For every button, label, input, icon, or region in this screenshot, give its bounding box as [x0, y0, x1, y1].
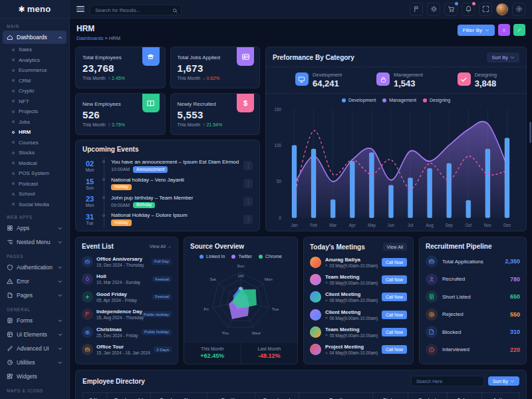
sidebar-item-nested-menu[interactable]: Nested Menu [3, 235, 66, 249]
stat-period: This Month ↓ 0.62% [178, 76, 253, 80]
sidebar-subitem-jobs[interactable]: Jobs [0, 117, 69, 128]
search-input[interactable] [90, 5, 182, 15]
call-now-button[interactable]: Call Now [382, 293, 407, 301]
column-header-email[interactable]: Email [299, 393, 373, 399]
column-header-employee-name[interactable]: Employee Name [150, 393, 207, 399]
sidebar-item-advanced-ui[interactable]: Advanced UI [3, 342, 66, 355]
event-day: Mon [82, 203, 97, 207]
event-list-view-all-link[interactable]: View All → [150, 244, 172, 249]
column-header-action[interactable]: Action [482, 393, 519, 399]
column-header-employee-id[interactable]: Employee Id [107, 393, 151, 399]
directory-search-input[interactable] [411, 376, 484, 386]
column-header-department[interactable]: Department [255, 393, 299, 399]
sidebar-item-dashboards[interactable]: Dashboards [3, 31, 66, 44]
call-now-button[interactable]: Call Now [382, 275, 407, 284]
event-list-item[interactable]: Christmas 25, Dec 2024 - Friday Public h… [82, 323, 172, 341]
meeting-time: 05 May(9.00am-10.00am) [325, 281, 378, 285]
sidebar-item-apps[interactable]: Apps [3, 221, 66, 235]
upcoming-event-row[interactable]: 02Mon You have an announcement – Ipsum E… [82, 157, 253, 175]
kebab-menu-icon[interactable]: ⋮ [243, 215, 253, 224]
sidebar-subitem-nft[interactable]: NFT [0, 96, 69, 107]
breadcrumb-dashboards[interactable]: Dashboards [76, 35, 103, 41]
stat-card-total-employees[interactable]: Total Employees 23,768 This Month ↑ 2.45… [75, 47, 166, 88]
flag-icon[interactable] [410, 3, 423, 16]
sidebar-subitem-crypto[interactable]: Crypto [0, 86, 69, 96]
expand-icon[interactable] [479, 3, 492, 16]
sidebar-subitem-pos-system[interactable]: POS System [0, 168, 69, 179]
sidebar-subitem-analytics[interactable]: Analytics [0, 55, 69, 66]
call-now-button[interactable]: Call Now [382, 258, 407, 267]
sidebar-item-pages[interactable]: Pages [3, 289, 66, 302]
stat-card-total-jobs-applied[interactable]: Total Jobs Applied 1,673 This Month ↓ 0.… [170, 47, 261, 88]
sidebar-subitem-school[interactable]: School [0, 189, 69, 200]
hamburger-menu-icon[interactable] [76, 6, 84, 11]
sidebar-item-forms[interactable]: Forms [3, 314, 66, 327]
pipeline-row-total-applications: Total Applications 2,350 [426, 253, 520, 271]
download-button[interactable] [498, 24, 510, 36]
sidebar-subitem-hrm[interactable]: HRM [0, 127, 69, 138]
kebab-menu-icon[interactable]: ⋮ [243, 197, 253, 206]
widgets-icon [7, 373, 13, 380]
sidebar-subitem-social-media[interactable]: Social Media [0, 200, 69, 210]
target-icon [426, 309, 438, 321]
meeting-name: Anurag Batiya [325, 257, 378, 263]
sidebar-item-ui-elements[interactable]: Ui Elements [3, 328, 66, 341]
directory-sort-by-button[interactable]: Sort By [488, 376, 519, 386]
event-list-item[interactable]: Good Friday 05, Apr 2024 - Friday Festiv… [82, 288, 172, 306]
source-radar-chart: SunMonTueWedThuFriSat14060 [184, 259, 297, 342]
sidebar-subitem-medical[interactable]: Medical [0, 158, 69, 169]
sidebar-subitem-stocks[interactable]: Stocks [0, 148, 69, 158]
event-badge: Holiday [111, 184, 132, 190]
scrollbar-thumb[interactable] [529, 122, 531, 143]
forms-icon [7, 317, 13, 324]
event-list-item[interactable]: Independence Day 15, Aug 2024 - Thursday… [82, 306, 172, 324]
event-list-item[interactable]: Holi 10, Mar 2024 - Sunday Festival [82, 271, 172, 289]
avatar [310, 309, 321, 321]
sidebar-subitem-courses[interactable]: Courses [0, 138, 69, 148]
column-header-status[interactable]: Status [373, 393, 408, 399]
column-header-s-no[interactable]: S.No [83, 393, 107, 399]
bell-icon[interactable] [462, 3, 475, 16]
upcoming-event-row[interactable]: 15Sun National holiday – Vero Jayanti Ho… [82, 175, 253, 193]
sort-by-button[interactable]: Sort By [487, 53, 519, 63]
sidebar-section-web-apps: WEB APPS [7, 215, 63, 219]
sidebar-item-utilities[interactable]: Utilities [3, 356, 66, 369]
stat-card-new-employees[interactable]: New Employees 526 This Month ↑ 3.75% [75, 93, 166, 135]
notification-badge [472, 2, 475, 5]
sidebar-subitem-ecommerce[interactable]: Ecommerce [0, 65, 69, 76]
sidebar-subitem-sales[interactable]: Sales [0, 45, 69, 55]
plus-icon [82, 291, 93, 303]
stat-card-newly-recruited[interactable]: $ Newly Recruited 5,553 This Month ↑ 21.… [170, 93, 261, 135]
event-list-item[interactable]: Office Anniversary 19, Dec 2024 - Thursd… [82, 253, 172, 271]
column-header-salary[interactable]: Salary [447, 393, 481, 399]
sidebar-item-authentication[interactable]: Authentication [3, 261, 66, 274]
filter-by-button[interactable]: Filter By [458, 25, 495, 36]
event-list-item[interactable]: Office Tour 15, Jan 2024 - 16, Jan 2024 … [82, 341, 172, 359]
call-now-button[interactable]: Call Now [382, 345, 407, 354]
column-header-position[interactable]: Position [207, 393, 255, 399]
gear-icon[interactable] [512, 3, 525, 16]
user-avatar[interactable] [496, 3, 508, 15]
column-header-contact[interactable]: Contact [408, 393, 447, 399]
call-now-button[interactable]: Call Now [382, 311, 407, 319]
sidebar-subitem-crm[interactable]: CRM [0, 76, 69, 86]
kebab-menu-icon[interactable]: ⋮ [243, 161, 253, 170]
upcoming-event-row[interactable]: 31Tue National Holiday – Dolore Ipsum Ho… [82, 210, 253, 228]
edit-button[interactable] [513, 24, 525, 36]
upcoming-event-row[interactable]: 23Mon John pup birthday – Team Member 09… [82, 193, 253, 211]
sun-icon[interactable] [427, 3, 440, 16]
sidebar-item-error[interactable]: Error [3, 275, 66, 288]
legend-dot [231, 255, 235, 259]
brand-logo[interactable]: ✱ meno [0, 0, 69, 19]
kebab-menu-icon[interactable]: ⋮ [243, 179, 253, 188]
cart-icon[interactable] [444, 3, 458, 16]
meeting-row: Client Meeting 06 May(9.00am-10.00am) Ca… [310, 289, 407, 306]
call-now-button[interactable]: Call Now [382, 328, 407, 336]
meeting-time: 06 May(9.00am-10.00am) [325, 298, 378, 303]
drop-icon [82, 273, 93, 285]
sidebar-subitem-podcast[interactable]: Podcast [0, 179, 69, 190]
sidebar-subitem-projects[interactable]: Projects [0, 106, 69, 117]
chevron-down-icon [58, 319, 63, 323]
sidebar-item-widgets[interactable]: Widgets [3, 370, 66, 383]
meetings-view-all-button[interactable]: View All [383, 243, 407, 251]
